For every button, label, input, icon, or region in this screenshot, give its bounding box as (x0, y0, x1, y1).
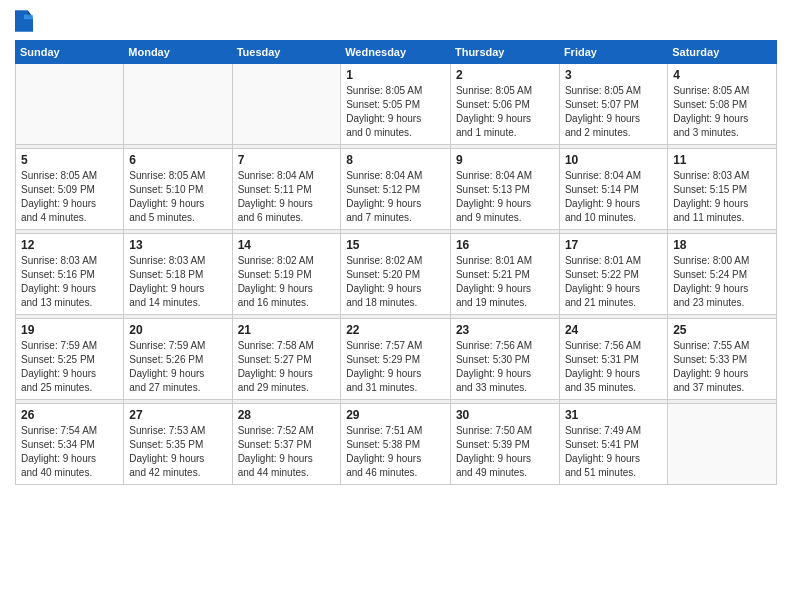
day-cell: 12Sunrise: 8:03 AM Sunset: 5:16 PM Dayli… (16, 234, 124, 315)
day-cell: 11Sunrise: 8:03 AM Sunset: 5:15 PM Dayli… (668, 149, 777, 230)
day-cell (232, 64, 341, 145)
weekday-header-row: SundayMondayTuesdayWednesdayThursdayFrid… (16, 41, 777, 64)
day-number: 18 (673, 238, 771, 252)
day-cell: 13Sunrise: 8:03 AM Sunset: 5:18 PM Dayli… (124, 234, 232, 315)
day-info: Sunrise: 7:59 AM Sunset: 5:25 PM Dayligh… (21, 339, 118, 395)
day-number: 19 (21, 323, 118, 337)
day-number: 6 (129, 153, 226, 167)
day-number: 22 (346, 323, 445, 337)
day-info: Sunrise: 7:56 AM Sunset: 5:30 PM Dayligh… (456, 339, 554, 395)
day-info: Sunrise: 8:04 AM Sunset: 5:11 PM Dayligh… (238, 169, 336, 225)
day-cell (668, 404, 777, 485)
day-info: Sunrise: 7:52 AM Sunset: 5:37 PM Dayligh… (238, 424, 336, 480)
day-cell: 28Sunrise: 7:52 AM Sunset: 5:37 PM Dayli… (232, 404, 341, 485)
calendar-table: SundayMondayTuesdayWednesdayThursdayFrid… (15, 40, 777, 485)
day-number: 25 (673, 323, 771, 337)
day-info: Sunrise: 7:56 AM Sunset: 5:31 PM Dayligh… (565, 339, 662, 395)
day-number: 24 (565, 323, 662, 337)
day-info: Sunrise: 7:58 AM Sunset: 5:27 PM Dayligh… (238, 339, 336, 395)
day-cell (16, 64, 124, 145)
day-info: Sunrise: 8:04 AM Sunset: 5:12 PM Dayligh… (346, 169, 445, 225)
day-cell: 17Sunrise: 8:01 AM Sunset: 5:22 PM Dayli… (559, 234, 667, 315)
day-info: Sunrise: 7:59 AM Sunset: 5:26 PM Dayligh… (129, 339, 226, 395)
day-info: Sunrise: 8:04 AM Sunset: 5:13 PM Dayligh… (456, 169, 554, 225)
day-number: 12 (21, 238, 118, 252)
day-info: Sunrise: 8:04 AM Sunset: 5:14 PM Dayligh… (565, 169, 662, 225)
day-info: Sunrise: 7:55 AM Sunset: 5:33 PM Dayligh… (673, 339, 771, 395)
day-info: Sunrise: 8:01 AM Sunset: 5:22 PM Dayligh… (565, 254, 662, 310)
day-number: 1 (346, 68, 445, 82)
weekday-header-saturday: Saturday (668, 41, 777, 64)
day-number: 4 (673, 68, 771, 82)
day-number: 29 (346, 408, 445, 422)
day-info: Sunrise: 8:05 AM Sunset: 5:09 PM Dayligh… (21, 169, 118, 225)
day-cell: 3Sunrise: 8:05 AM Sunset: 5:07 PM Daylig… (559, 64, 667, 145)
day-info: Sunrise: 8:03 AM Sunset: 5:16 PM Dayligh… (21, 254, 118, 310)
weekday-header-wednesday: Wednesday (341, 41, 451, 64)
weekday-header-monday: Monday (124, 41, 232, 64)
day-cell: 9Sunrise: 8:04 AM Sunset: 5:13 PM Daylig… (450, 149, 559, 230)
day-number: 2 (456, 68, 554, 82)
day-cell: 1Sunrise: 8:05 AM Sunset: 5:05 PM Daylig… (341, 64, 451, 145)
day-cell: 27Sunrise: 7:53 AM Sunset: 5:35 PM Dayli… (124, 404, 232, 485)
week-row-3: 19Sunrise: 7:59 AM Sunset: 5:25 PM Dayli… (16, 319, 777, 400)
day-number: 14 (238, 238, 336, 252)
day-info: Sunrise: 8:05 AM Sunset: 5:07 PM Dayligh… (565, 84, 662, 140)
day-info: Sunrise: 8:05 AM Sunset: 5:08 PM Dayligh… (673, 84, 771, 140)
day-info: Sunrise: 7:50 AM Sunset: 5:39 PM Dayligh… (456, 424, 554, 480)
day-info: Sunrise: 7:57 AM Sunset: 5:29 PM Dayligh… (346, 339, 445, 395)
day-number: 31 (565, 408, 662, 422)
day-cell: 14Sunrise: 8:02 AM Sunset: 5:19 PM Dayli… (232, 234, 341, 315)
day-cell: 25Sunrise: 7:55 AM Sunset: 5:33 PM Dayli… (668, 319, 777, 400)
day-number: 16 (456, 238, 554, 252)
day-number: 3 (565, 68, 662, 82)
day-cell: 10Sunrise: 8:04 AM Sunset: 5:14 PM Dayli… (559, 149, 667, 230)
svg-marker-0 (15, 10, 33, 32)
day-info: Sunrise: 8:03 AM Sunset: 5:18 PM Dayligh… (129, 254, 226, 310)
day-cell: 8Sunrise: 8:04 AM Sunset: 5:12 PM Daylig… (341, 149, 451, 230)
day-info: Sunrise: 7:53 AM Sunset: 5:35 PM Dayligh… (129, 424, 226, 480)
day-number: 15 (346, 238, 445, 252)
day-info: Sunrise: 8:03 AM Sunset: 5:15 PM Dayligh… (673, 169, 771, 225)
day-number: 10 (565, 153, 662, 167)
page: SundayMondayTuesdayWednesdayThursdayFrid… (0, 0, 792, 612)
week-row-1: 5Sunrise: 8:05 AM Sunset: 5:09 PM Daylig… (16, 149, 777, 230)
day-info: Sunrise: 8:05 AM Sunset: 5:10 PM Dayligh… (129, 169, 226, 225)
day-info: Sunrise: 8:05 AM Sunset: 5:05 PM Dayligh… (346, 84, 445, 140)
day-number: 7 (238, 153, 336, 167)
day-cell (124, 64, 232, 145)
day-info: Sunrise: 8:02 AM Sunset: 5:20 PM Dayligh… (346, 254, 445, 310)
day-number: 11 (673, 153, 771, 167)
day-cell: 7Sunrise: 8:04 AM Sunset: 5:11 PM Daylig… (232, 149, 341, 230)
logo-icon (15, 10, 33, 32)
day-cell: 18Sunrise: 8:00 AM Sunset: 5:24 PM Dayli… (668, 234, 777, 315)
day-cell: 26Sunrise: 7:54 AM Sunset: 5:34 PM Dayli… (16, 404, 124, 485)
day-number: 28 (238, 408, 336, 422)
day-info: Sunrise: 7:51 AM Sunset: 5:38 PM Dayligh… (346, 424, 445, 480)
day-cell: 21Sunrise: 7:58 AM Sunset: 5:27 PM Dayli… (232, 319, 341, 400)
day-number: 21 (238, 323, 336, 337)
day-number: 26 (21, 408, 118, 422)
day-number: 5 (21, 153, 118, 167)
day-number: 17 (565, 238, 662, 252)
day-number: 9 (456, 153, 554, 167)
day-cell: 4Sunrise: 8:05 AM Sunset: 5:08 PM Daylig… (668, 64, 777, 145)
weekday-header-sunday: Sunday (16, 41, 124, 64)
day-cell: 29Sunrise: 7:51 AM Sunset: 5:38 PM Dayli… (341, 404, 451, 485)
svg-marker-2 (24, 15, 33, 20)
weekday-header-tuesday: Tuesday (232, 41, 341, 64)
week-row-0: 1Sunrise: 8:05 AM Sunset: 5:05 PM Daylig… (16, 64, 777, 145)
day-number: 23 (456, 323, 554, 337)
day-info: Sunrise: 7:49 AM Sunset: 5:41 PM Dayligh… (565, 424, 662, 480)
day-info: Sunrise: 8:02 AM Sunset: 5:19 PM Dayligh… (238, 254, 336, 310)
day-info: Sunrise: 8:01 AM Sunset: 5:21 PM Dayligh… (456, 254, 554, 310)
week-row-4: 26Sunrise: 7:54 AM Sunset: 5:34 PM Dayli… (16, 404, 777, 485)
day-cell: 20Sunrise: 7:59 AM Sunset: 5:26 PM Dayli… (124, 319, 232, 400)
day-cell: 16Sunrise: 8:01 AM Sunset: 5:21 PM Dayli… (450, 234, 559, 315)
day-cell: 24Sunrise: 7:56 AM Sunset: 5:31 PM Dayli… (559, 319, 667, 400)
day-cell: 19Sunrise: 7:59 AM Sunset: 5:25 PM Dayli… (16, 319, 124, 400)
day-number: 27 (129, 408, 226, 422)
day-cell: 23Sunrise: 7:56 AM Sunset: 5:30 PM Dayli… (450, 319, 559, 400)
day-cell: 15Sunrise: 8:02 AM Sunset: 5:20 PM Dayli… (341, 234, 451, 315)
day-info: Sunrise: 8:00 AM Sunset: 5:24 PM Dayligh… (673, 254, 771, 310)
